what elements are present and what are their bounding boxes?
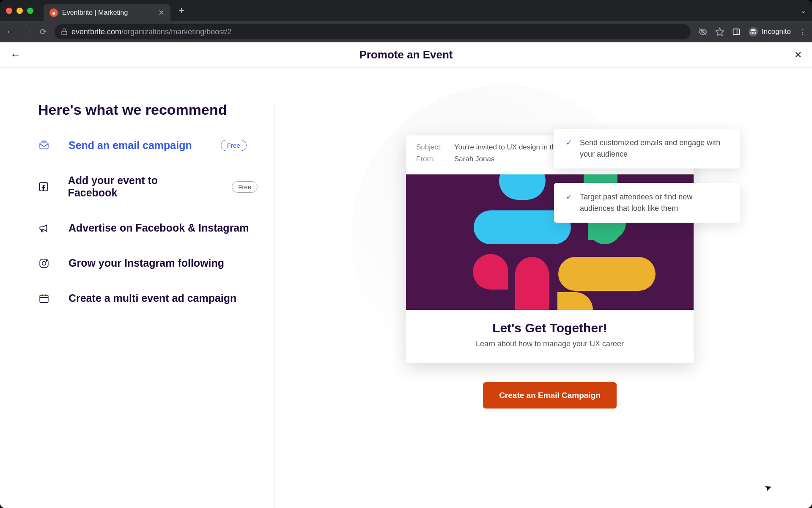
svg-rect-10 xyxy=(40,143,48,149)
recommendation-title: Create a multi event ad campaign xyxy=(69,292,236,304)
bubble-text: Target past attendees or find new audien… xyxy=(580,191,728,214)
recommendation-item-instagram[interactable]: Grow your Instagram following xyxy=(38,257,258,269)
tabs-dropdown-icon[interactable]: ⌄ xyxy=(801,7,806,15)
panel-icon[interactable] xyxy=(732,28,741,36)
recommendations-heading: Here's what we recommend xyxy=(38,102,258,118)
svg-rect-27 xyxy=(558,257,656,291)
url-path: /organizations/marketing/boost/2 xyxy=(121,28,231,36)
facebook-icon xyxy=(38,181,49,193)
svg-rect-0 xyxy=(62,31,67,35)
recommendations-panel: Here's what we recommend Send an email c… xyxy=(38,102,275,508)
svg-rect-15 xyxy=(40,295,48,302)
window-maximize-button[interactable] xyxy=(27,8,33,14)
from-label: From: xyxy=(416,155,454,163)
new-tab-button[interactable]: + xyxy=(179,5,184,16)
recommendation-title: Grow your Instagram following xyxy=(69,257,224,269)
svg-rect-29 xyxy=(557,292,575,310)
megaphone-icon xyxy=(38,222,50,234)
preview-panel: ✓ Send customized emails and engage with… xyxy=(275,102,774,508)
incognito-indicator[interactable]: Incognito xyxy=(748,27,791,37)
star-icon[interactable] xyxy=(715,27,724,36)
email-icon xyxy=(38,140,50,152)
svg-point-6 xyxy=(749,27,758,36)
kebab-menu-icon[interactable]: ⋮ xyxy=(798,27,806,36)
window-minimize-button[interactable] xyxy=(16,8,23,14)
svg-marker-3 xyxy=(716,28,724,36)
window-close-button[interactable] xyxy=(6,8,12,14)
recommendation-title: Advertise on Facebook & Instagram xyxy=(69,222,249,234)
recommendation-title: Send an email campaign xyxy=(69,139,192,152)
svg-rect-4 xyxy=(733,29,740,34)
traffic-lights xyxy=(6,8,33,14)
page-close-button[interactable]: ✕ xyxy=(794,50,802,61)
email-title: Let's Get Together! xyxy=(414,321,685,335)
from-value: Sarah Jonas xyxy=(454,155,494,163)
browser-tab[interactable]: e Eventbrite | Marketing ✕ xyxy=(44,4,170,21)
free-badge: Free xyxy=(232,181,258,193)
svg-rect-25 xyxy=(491,272,508,290)
tab-close-icon[interactable]: ✕ xyxy=(158,8,165,17)
page-back-button[interactable]: ← xyxy=(10,48,21,61)
bubble-text: Send customized emails and engage with y… xyxy=(580,137,728,160)
svg-point-14 xyxy=(46,260,47,261)
recommendation-item-facebook[interactable]: Add your event to FacebookFree xyxy=(38,174,258,199)
page-header: ← Promote an Event ✕ xyxy=(0,42,812,68)
eye-off-icon[interactable] xyxy=(698,27,708,36)
back-button[interactable]: ← xyxy=(6,26,15,37)
reload-button[interactable]: ⟳ xyxy=(40,27,47,37)
recommendation-item-email[interactable]: Send an email campaignFree xyxy=(38,139,258,152)
favicon-icon: e xyxy=(49,8,58,17)
feature-bubble-2: ✓ Target past attendees or find new audi… xyxy=(554,183,740,223)
recommendation-item-calendar[interactable]: Create a multi event ad campaign xyxy=(38,292,258,304)
url-domain: eventbrite.com xyxy=(71,28,121,36)
check-icon: ✓ xyxy=(566,138,572,147)
forward-button[interactable]: → xyxy=(23,26,32,37)
page-title: Promote an Event xyxy=(359,48,453,61)
subject-label: Subject: xyxy=(416,143,454,152)
email-preview-card: Subject: You're invited to UX design in … xyxy=(406,135,694,363)
calendar-icon xyxy=(38,293,50,304)
feature-bubble-1: ✓ Send customized emails and engage with… xyxy=(554,129,740,168)
svg-rect-26 xyxy=(515,257,549,310)
recommendation-title: Add your event to Facebook xyxy=(68,174,203,199)
svg-point-13 xyxy=(42,261,46,265)
url-input[interactable]: eventbrite.com/organizations/marketing/b… xyxy=(55,24,691,39)
tab-title: Eventbrite | Marketing xyxy=(62,9,128,17)
email-subtitle: Learn about how to manage your UX career xyxy=(414,340,685,348)
lock-icon xyxy=(61,28,67,35)
svg-rect-23 xyxy=(588,223,605,240)
instagram-icon xyxy=(38,257,50,269)
recommendation-item-megaphone[interactable]: Advertise on Facebook & Instagram xyxy=(38,222,258,234)
free-badge: Free xyxy=(221,140,247,151)
check-icon: ✓ xyxy=(566,192,572,202)
incognito-label: Incognito xyxy=(762,28,791,36)
browser-tab-strip: e Eventbrite | Marketing ✕ + ⌄ xyxy=(0,0,812,21)
address-bar: ← → ⟳ eventbrite.com/organizations/marke… xyxy=(0,21,812,42)
